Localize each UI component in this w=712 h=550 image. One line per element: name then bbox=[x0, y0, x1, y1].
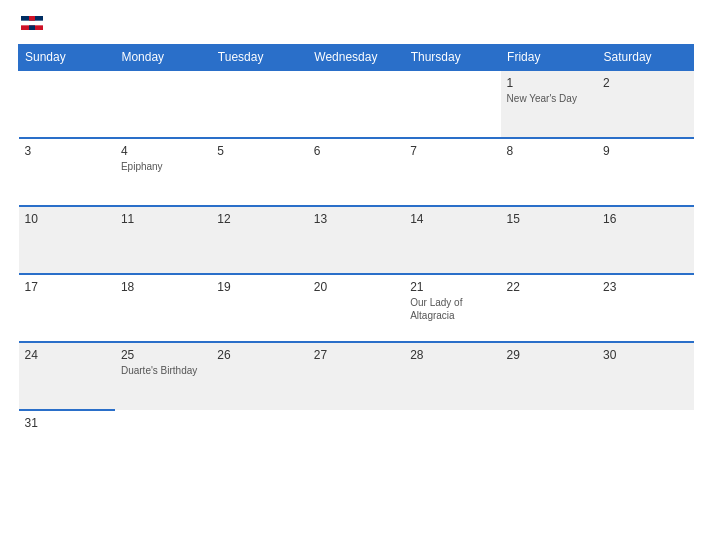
calendar-cell: 14 bbox=[404, 206, 500, 274]
calendar-cell: 5 bbox=[211, 138, 307, 206]
calendar-cell: 19 bbox=[211, 274, 307, 342]
calendar-cell: 21Our Lady of Altagracia bbox=[404, 274, 500, 342]
day-number: 30 bbox=[603, 348, 687, 362]
calendar-cell: 7 bbox=[404, 138, 500, 206]
calendar-cell bbox=[19, 70, 115, 138]
calendar-header bbox=[18, 16, 694, 30]
day-number: 22 bbox=[507, 280, 591, 294]
day-number: 31 bbox=[25, 416, 109, 430]
calendar-cell: 12 bbox=[211, 206, 307, 274]
day-number: 20 bbox=[314, 280, 398, 294]
calendar-cell bbox=[308, 70, 404, 138]
week-row-4: 2425Duarte's Birthday2627282930 bbox=[19, 342, 694, 410]
calendar-cell: 24 bbox=[19, 342, 115, 410]
holiday-label: Our Lady of Altagracia bbox=[410, 296, 494, 322]
day-number: 24 bbox=[25, 348, 109, 362]
week-row-5: 31 bbox=[19, 410, 694, 478]
calendar-cell: 17 bbox=[19, 274, 115, 342]
calendar-cell: 4Epiphany bbox=[115, 138, 211, 206]
calendar-cell bbox=[211, 410, 307, 478]
calendar-cell: 29 bbox=[501, 342, 597, 410]
calendar-cell bbox=[404, 410, 500, 478]
day-number: 1 bbox=[507, 76, 591, 90]
day-number: 10 bbox=[25, 212, 109, 226]
calendar-cell: 15 bbox=[501, 206, 597, 274]
week-row-0: 1New Year's Day2 bbox=[19, 70, 694, 138]
calendar-cell bbox=[211, 70, 307, 138]
calendar-cell: 10 bbox=[19, 206, 115, 274]
day-number: 25 bbox=[121, 348, 205, 362]
calendar-cell bbox=[404, 70, 500, 138]
calendar-cell bbox=[115, 70, 211, 138]
day-number: 7 bbox=[410, 144, 494, 158]
calendar-cell: 23 bbox=[597, 274, 693, 342]
day-number: 11 bbox=[121, 212, 205, 226]
day-number: 17 bbox=[25, 280, 109, 294]
flag-icon bbox=[21, 16, 43, 30]
weekday-header-friday: Friday bbox=[501, 45, 597, 71]
svg-rect-5 bbox=[29, 25, 35, 30]
calendar-cell bbox=[597, 410, 693, 478]
day-number: 19 bbox=[217, 280, 301, 294]
calendar-cell: 22 bbox=[501, 274, 597, 342]
holiday-label: New Year's Day bbox=[507, 92, 591, 105]
calendar-body: 1New Year's Day234Epiphany56789101112131… bbox=[19, 70, 694, 478]
day-number: 16 bbox=[603, 212, 687, 226]
calendar-cell: 31 bbox=[19, 410, 115, 478]
calendar-cell: 26 bbox=[211, 342, 307, 410]
day-number: 14 bbox=[410, 212, 494, 226]
day-number: 2 bbox=[603, 76, 687, 90]
weekday-header-sunday: Sunday bbox=[19, 45, 115, 71]
calendar-cell bbox=[308, 410, 404, 478]
calendar-wrapper: SundayMondayTuesdayWednesdayThursdayFrid… bbox=[0, 0, 712, 550]
logo-area bbox=[18, 16, 43, 30]
day-number: 9 bbox=[603, 144, 687, 158]
calendar-cell: 16 bbox=[597, 206, 693, 274]
week-row-1: 34Epiphany56789 bbox=[19, 138, 694, 206]
day-number: 28 bbox=[410, 348, 494, 362]
weekday-header-thursday: Thursday bbox=[404, 45, 500, 71]
weekday-header-monday: Monday bbox=[115, 45, 211, 71]
calendar-cell: 11 bbox=[115, 206, 211, 274]
day-number: 6 bbox=[314, 144, 398, 158]
calendar-cell: 28 bbox=[404, 342, 500, 410]
day-number: 21 bbox=[410, 280, 494, 294]
week-row-2: 10111213141516 bbox=[19, 206, 694, 274]
weekday-header-saturday: Saturday bbox=[597, 45, 693, 71]
weekday-header-wednesday: Wednesday bbox=[308, 45, 404, 71]
day-number: 3 bbox=[25, 144, 109, 158]
calendar-cell: 27 bbox=[308, 342, 404, 410]
weekday-header-tuesday: Tuesday bbox=[211, 45, 307, 71]
calendar-cell: 2 bbox=[597, 70, 693, 138]
weekday-header-row: SundayMondayTuesdayWednesdayThursdayFrid… bbox=[19, 45, 694, 71]
day-number: 23 bbox=[603, 280, 687, 294]
calendar-cell bbox=[115, 410, 211, 478]
day-number: 29 bbox=[507, 348, 591, 362]
calendar-table: SundayMondayTuesdayWednesdayThursdayFrid… bbox=[18, 44, 694, 478]
day-number: 12 bbox=[217, 212, 301, 226]
week-row-3: 1718192021Our Lady of Altagracia2223 bbox=[19, 274, 694, 342]
day-number: 18 bbox=[121, 280, 205, 294]
day-number: 26 bbox=[217, 348, 301, 362]
day-number: 27 bbox=[314, 348, 398, 362]
calendar-cell: 1New Year's Day bbox=[501, 70, 597, 138]
calendar-cell: 13 bbox=[308, 206, 404, 274]
calendar-cell: 9 bbox=[597, 138, 693, 206]
day-number: 5 bbox=[217, 144, 301, 158]
calendar-cell: 8 bbox=[501, 138, 597, 206]
calendar-cell: 3 bbox=[19, 138, 115, 206]
svg-rect-4 bbox=[29, 16, 35, 21]
calendar-cell: 20 bbox=[308, 274, 404, 342]
calendar-thead: SundayMondayTuesdayWednesdayThursdayFrid… bbox=[19, 45, 694, 71]
calendar-cell bbox=[501, 410, 597, 478]
day-number: 4 bbox=[121, 144, 205, 158]
calendar-cell: 6 bbox=[308, 138, 404, 206]
holiday-label: Epiphany bbox=[121, 160, 205, 173]
calendar-cell: 30 bbox=[597, 342, 693, 410]
holiday-label: Duarte's Birthday bbox=[121, 364, 205, 377]
day-number: 8 bbox=[507, 144, 591, 158]
day-number: 15 bbox=[507, 212, 591, 226]
day-number: 13 bbox=[314, 212, 398, 226]
calendar-cell: 18 bbox=[115, 274, 211, 342]
calendar-cell: 25Duarte's Birthday bbox=[115, 342, 211, 410]
